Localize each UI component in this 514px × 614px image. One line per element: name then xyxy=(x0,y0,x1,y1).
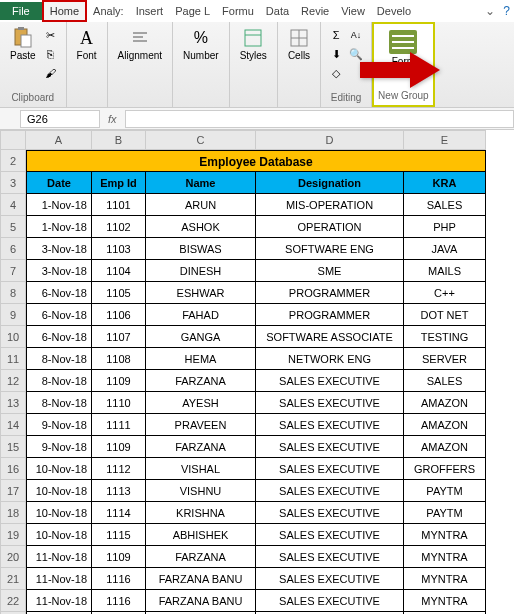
cell-designation[interactable]: SALES EXECUTIVE xyxy=(256,392,404,414)
row-header[interactable]: 16 xyxy=(0,458,26,480)
cells-button[interactable]: Cells xyxy=(284,26,314,63)
format-painter-button[interactable]: 🖌 xyxy=(42,64,60,82)
cell-name[interactable]: DINESH xyxy=(146,260,256,282)
cell-designation[interactable]: SME xyxy=(256,260,404,282)
cell-kra[interactable]: MAILS xyxy=(404,260,486,282)
cell-name[interactable]: ARUN xyxy=(146,194,256,216)
cell-empid[interactable]: 1104 xyxy=(92,260,146,282)
cell-empid[interactable]: 1105 xyxy=(92,282,146,304)
header-name[interactable]: Name xyxy=(146,172,256,194)
row-header[interactable]: 10 xyxy=(0,326,26,348)
cell-empid[interactable]: 1115 xyxy=(92,524,146,546)
tab-view[interactable]: View xyxy=(335,2,371,20)
cell-designation[interactable]: SALES EXECUTIVE xyxy=(256,568,404,590)
cell-empid[interactable]: 1109 xyxy=(92,370,146,392)
cell-name[interactable]: FARZANA xyxy=(146,546,256,568)
header-kra[interactable]: KRA xyxy=(404,172,486,194)
cell-name[interactable]: ASHOK xyxy=(146,216,256,238)
cell-kra[interactable]: PAYTM xyxy=(404,502,486,524)
cell-name[interactable]: ESHWAR xyxy=(146,282,256,304)
cell-designation[interactable]: MIS-OPERATION xyxy=(256,194,404,216)
styles-button[interactable]: Styles xyxy=(236,26,271,63)
fill-button[interactable]: ⬇ xyxy=(327,45,345,63)
cell-empid[interactable]: 1103 xyxy=(92,238,146,260)
cell-designation[interactable]: SALES EXECUTIVE xyxy=(256,370,404,392)
cell-kra[interactable]: SALES xyxy=(404,194,486,216)
cell-kra[interactable]: SALES xyxy=(404,370,486,392)
cell-name[interactable]: VISHNU xyxy=(146,480,256,502)
cell-designation[interactable]: SALES EXECUTIVE xyxy=(256,524,404,546)
row-header[interactable]: 13 xyxy=(0,392,26,414)
col-header[interactable]: E xyxy=(404,130,486,150)
table-title[interactable]: Employee Database xyxy=(26,150,486,172)
select-all-corner[interactable] xyxy=(0,130,26,150)
tab-file[interactable]: File xyxy=(0,2,42,20)
cell-empid[interactable]: 1111 xyxy=(92,414,146,436)
cell-empid[interactable]: 1109 xyxy=(92,546,146,568)
tab-home[interactable]: Home xyxy=(42,0,87,22)
cell-empid[interactable]: 1106 xyxy=(92,304,146,326)
row-header[interactable]: 6 xyxy=(0,238,26,260)
row-header[interactable]: 5 xyxy=(0,216,26,238)
cell-kra[interactable]: DOT NET xyxy=(404,304,486,326)
cell-kra[interactable]: AMAZON xyxy=(404,392,486,414)
row-header[interactable]: 18 xyxy=(0,502,26,524)
clear-button[interactable]: ◇ xyxy=(327,64,345,82)
cell-empid[interactable]: 1101 xyxy=(92,194,146,216)
formula-bar[interactable] xyxy=(125,110,514,128)
autosum-button[interactable]: Σ xyxy=(327,26,345,44)
row-header[interactable]: 4 xyxy=(0,194,26,216)
cell-date[interactable]: 1-Nov-18 xyxy=(26,194,92,216)
col-header[interactable]: B xyxy=(92,130,146,150)
cell-empid[interactable]: 1108 xyxy=(92,348,146,370)
cell-name[interactable]: AYESH xyxy=(146,392,256,414)
cell-kra[interactable]: AMAZON xyxy=(404,414,486,436)
cell-designation[interactable]: SALES EXECUTIVE xyxy=(256,502,404,524)
cell-designation[interactable]: SALES EXECUTIVE xyxy=(256,480,404,502)
cell-name[interactable]: HEMA xyxy=(146,348,256,370)
alignment-button[interactable]: Alignment xyxy=(114,26,166,63)
col-header[interactable]: C xyxy=(146,130,256,150)
row-header[interactable]: 17 xyxy=(0,480,26,502)
cell-kra[interactable]: TESTING xyxy=(404,326,486,348)
number-button[interactable]: % Number xyxy=(179,26,223,63)
cell-designation[interactable]: SALES EXECUTIVE xyxy=(256,590,404,612)
tab-developer[interactable]: Develo xyxy=(371,2,417,20)
row-header[interactable]: 19 xyxy=(0,524,26,546)
cell-designation[interactable]: NETWORK ENG xyxy=(256,348,404,370)
cell-date[interactable]: 6-Nov-18 xyxy=(26,304,92,326)
cell-name[interactable]: FARZANA xyxy=(146,370,256,392)
cell-date[interactable]: 6-Nov-18 xyxy=(26,326,92,348)
row-header[interactable]: 22 xyxy=(0,590,26,612)
cell-name[interactable]: VISHAL xyxy=(146,458,256,480)
tab-review[interactable]: Revie xyxy=(295,2,335,20)
cell-empid[interactable]: 1116 xyxy=(92,590,146,612)
cell-designation[interactable]: SALES EXECUTIVE xyxy=(256,414,404,436)
header-designation[interactable]: Designation xyxy=(256,172,404,194)
tab-formulas[interactable]: Formu xyxy=(216,2,260,20)
sort-button[interactable]: A↓ xyxy=(347,26,365,44)
cell-empid[interactable]: 1110 xyxy=(92,392,146,414)
cell-designation[interactable]: SALES EXECUTIVE xyxy=(256,458,404,480)
tab-insert[interactable]: Insert xyxy=(130,2,170,20)
cell-name[interactable]: FARZANA BANU xyxy=(146,590,256,612)
cell-date[interactable]: 11-Nov-18 xyxy=(26,546,92,568)
tab-page-layout[interactable]: Page L xyxy=(169,2,216,20)
cell-kra[interactable]: SERVER xyxy=(404,348,486,370)
cell-designation[interactable]: SOFTWARE ENG xyxy=(256,238,404,260)
cell-name[interactable]: KRISHNA xyxy=(146,502,256,524)
tab-analysis[interactable]: Analy: xyxy=(87,2,130,20)
cell-name[interactable]: ABHISHEK xyxy=(146,524,256,546)
cell-date[interactable]: 9-Nov-18 xyxy=(26,436,92,458)
row-header[interactable]: 12 xyxy=(0,370,26,392)
cell-empid[interactable]: 1102 xyxy=(92,216,146,238)
cell-kra[interactable]: JAVA xyxy=(404,238,486,260)
row-header[interactable]: 8 xyxy=(0,282,26,304)
cell-designation[interactable]: PROGRAMMER xyxy=(256,304,404,326)
cell-empid[interactable]: 1107 xyxy=(92,326,146,348)
cell-kra[interactable]: MYNTRA xyxy=(404,546,486,568)
cell-name[interactable]: FARZANA xyxy=(146,436,256,458)
cell-kra[interactable]: MYNTRA xyxy=(404,524,486,546)
cell-date[interactable]: 8-Nov-18 xyxy=(26,348,92,370)
font-button[interactable]: A Font xyxy=(73,26,101,63)
